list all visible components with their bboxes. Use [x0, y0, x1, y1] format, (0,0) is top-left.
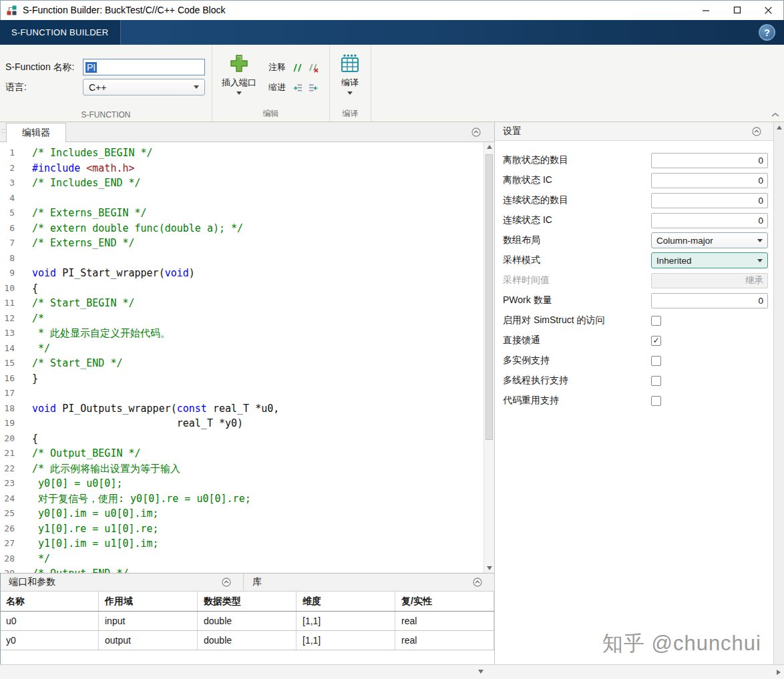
- code-line[interactable]: 15/* Start_END */: [0, 356, 494, 371]
- setting-row-12: 代码重用支持: [503, 391, 768, 411]
- code-line[interactable]: 7/* Externs_END */: [0, 236, 494, 251]
- setting-input-1[interactable]: 0: [651, 173, 768, 188]
- editor-tabbar: :: 编辑器: [0, 122, 494, 142]
- scroll-up-icon[interactable]: [487, 145, 492, 149]
- code-line[interactable]: 18void PI_Outputs_wrapper(const real_T *…: [0, 401, 494, 417]
- ports-cell[interactable]: [1,1]: [297, 631, 395, 650]
- line-number: 28: [0, 551, 15, 567]
- code-line[interactable]: 6/* extern double func(double a); */: [0, 221, 494, 236]
- ports-cell[interactable]: output: [99, 631, 198, 650]
- setting-input-2[interactable]: 0: [651, 193, 768, 208]
- line-number: 14: [0, 341, 15, 357]
- code-line[interactable]: 28 */: [0, 551, 494, 567]
- ports-col-header: 数据类型: [198, 592, 297, 611]
- scroll-up-icon[interactable]: [777, 126, 782, 130]
- setting-input-0[interactable]: 0: [651, 153, 768, 168]
- sfunction-name-label: S-Function 名称:: [5, 61, 83, 73]
- code-line[interactable]: 16}: [0, 371, 494, 387]
- tab-editor[interactable]: 编辑器: [6, 123, 66, 142]
- code-line[interactable]: 14 */: [0, 341, 494, 357]
- indent-right-button[interactable]: [292, 82, 303, 93]
- close-button[interactable]: [753, 0, 784, 20]
- collapse-library-icon[interactable]: [473, 578, 482, 587]
- help-button[interactable]: ?: [759, 24, 775, 41]
- setting-checkbox-12[interactable]: [651, 396, 661, 406]
- indent-left-button[interactable]: [308, 82, 319, 93]
- uncomment-button[interactable]: [308, 62, 319, 73]
- code-line[interactable]: 4: [0, 191, 494, 206]
- code-line[interactable]: 27 y1[0].im = u1[0].im;: [0, 536, 494, 551]
- code-editor[interactable]: 1/* Includes_BEGIN */2#include <math.h>3…: [0, 142, 494, 573]
- insert-port-button[interactable]: 插入端口: [218, 45, 260, 95]
- tab-sfunction-builder[interactable]: S-FUNCTION BUILDER: [0, 20, 121, 45]
- code-text: /* Output_END */: [32, 566, 129, 573]
- setting-select-5[interactable]: Inherited: [651, 252, 768, 268]
- setting-checkbox-8[interactable]: [651, 316, 661, 326]
- line-number: 11: [0, 296, 15, 311]
- bottom-scrollbar-strip[interactable]: [0, 664, 784, 679]
- code-text: y1[0].re = u1[0].re;: [32, 521, 159, 537]
- scroll-right-icon[interactable]: [777, 670, 781, 675]
- line-number: 4: [0, 191, 15, 206]
- ports-cell[interactable]: y0: [0, 631, 99, 650]
- code-line[interactable]: 1/* Includes_BEGIN */: [0, 146, 494, 161]
- setting-select-4[interactable]: Column-major: [651, 232, 768, 248]
- code-text: 对于复信号，使用: y0[0].re = u0[0].re;: [32, 491, 251, 507]
- setting-checkbox-9[interactable]: ✓: [651, 336, 661, 346]
- collapse-editor-icon[interactable]: [471, 128, 481, 137]
- setting-checkbox-10[interactable]: [651, 356, 661, 366]
- build-button[interactable]: 编译: [331, 45, 369, 95]
- code-line[interactable]: 12/*: [0, 311, 494, 326]
- setting-input-3[interactable]: 0: [651, 213, 768, 228]
- collapse-settings-icon[interactable]: [752, 127, 761, 136]
- collapse-toolstrip-icon[interactable]: [771, 111, 780, 119]
- code-line[interactable]: 22/* 此示例将输出设置为等于输入: [0, 461, 494, 477]
- sfunction-name-input[interactable]: PI: [83, 59, 205, 75]
- ports-cell[interactable]: real: [395, 631, 494, 650]
- code-line[interactable]: 9void PI_Start_wrapper(void): [0, 266, 494, 281]
- maximize-button[interactable]: [721, 0, 753, 20]
- code-line[interactable]: 26 y1[0].re = u1[0].re;: [0, 521, 494, 537]
- editor-scrollbar[interactable]: [483, 142, 494, 573]
- line-number: 23: [0, 476, 15, 491]
- code-line[interactable]: 2#include <math.h>: [0, 161, 494, 176]
- code-line[interactable]: 3/* Includes_END */: [0, 176, 494, 191]
- comment-button[interactable]: [292, 62, 303, 73]
- code-line[interactable]: 25 y0[0].im = u0[0].im;: [0, 506, 494, 521]
- code-line[interactable]: 21/* Output_BEGIN */: [0, 446, 494, 461]
- code-lines: 1/* Includes_BEGIN */2#include <math.h>3…: [0, 142, 494, 573]
- code-text: y1[0].im = u1[0].im;: [32, 536, 159, 551]
- code-line[interactable]: 29/* Output_END */: [0, 566, 494, 573]
- setting-checkbox-11[interactable]: [651, 376, 661, 386]
- code-line[interactable]: 10{: [0, 281, 494, 296]
- ports-cell[interactable]: double: [198, 631, 297, 650]
- ports-col-header: 复/实性: [395, 592, 494, 611]
- toolstrip: S-Function 名称: PI 语言: C++ S-FUNCTION: [0, 45, 784, 122]
- code-line[interactable]: 11/* Start_BEGIN */: [0, 296, 494, 311]
- code-line[interactable]: 8: [0, 251, 494, 266]
- minimize-button[interactable]: [690, 0, 721, 20]
- ports-cell[interactable]: u0: [0, 612, 99, 630]
- scrollbar-thumb[interactable]: [485, 154, 493, 440]
- collapse-ports-icon[interactable]: [222, 578, 231, 587]
- language-select[interactable]: C++: [83, 79, 205, 95]
- code-line[interactable]: 23 y0[0] = u0[0];: [0, 476, 494, 491]
- language-label: 语言:: [5, 81, 83, 93]
- ports-cell[interactable]: input: [99, 612, 198, 630]
- code-line[interactable]: 19 real_T *y0): [0, 416, 494, 431]
- code-line[interactable]: 17: [0, 386, 494, 401]
- code-text: {: [32, 431, 38, 447]
- ports-cell[interactable]: real: [395, 612, 494, 630]
- close-icon: [764, 6, 773, 15]
- ports-cell[interactable]: double: [198, 612, 297, 630]
- code-line[interactable]: 20{: [0, 431, 494, 447]
- scroll-down-icon[interactable]: [478, 670, 483, 674]
- group-label-sfunction: S-FUNCTION: [0, 110, 212, 120]
- code-line[interactable]: 24 对于复信号，使用: y0[0].re = u0[0].re;: [0, 491, 494, 507]
- code-line[interactable]: 13 * 此处显示自定义开始代码。: [0, 326, 494, 341]
- ports-cell[interactable]: [1,1]: [297, 612, 395, 630]
- code-line[interactable]: 5/* Externs_BEGIN */: [0, 206, 494, 221]
- scroll-down-icon[interactable]: [487, 566, 492, 570]
- main-vertical-scrollbar[interactable]: [773, 122, 784, 664]
- setting-input-7[interactable]: 0: [651, 293, 768, 308]
